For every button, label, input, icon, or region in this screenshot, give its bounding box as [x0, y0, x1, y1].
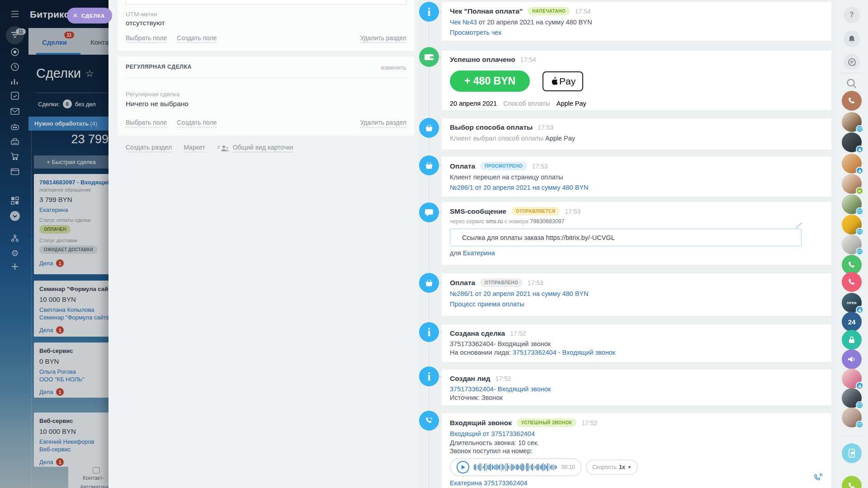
entry-text: Звонок поступил на номер: — [450, 447, 533, 455]
basket-icon — [419, 155, 439, 175]
timeline-entry-receipt: Чек "Полная оплата" НАПЕЧАТАНО 17:54 Чек… — [442, 2, 831, 41]
entry-line: Процесс приема оплаты — [450, 300, 821, 308]
entry-title: Чек "Полная оплата" — [450, 7, 523, 15]
user-avatar[interactable] — [842, 154, 862, 174]
info-icon: i — [419, 2, 439, 22]
mobile-device-icon — [848, 449, 856, 458]
entry-text: 375173362404- Входящий звонок — [450, 340, 551, 347]
close-icon: ✕ — [73, 12, 78, 19]
select-field-button[interactable]: Выбрать поле — [126, 119, 167, 127]
utm-value: отсутствуют — [126, 19, 165, 27]
speed-value: 1x — [619, 464, 625, 470]
receipt-link[interactable]: Чек №43 — [450, 19, 477, 26]
create-section-button[interactable]: Создать раздел — [126, 144, 172, 152]
market-button[interactable]: Маркет — [184, 144, 205, 152]
entry-text: Длительность звонка: 10 сек. — [450, 439, 539, 446]
megaphone-badge-icon — [856, 187, 863, 195]
right-toolbar: ? OPEN 24 — [835, 0, 868, 488]
caller-link[interactable]: Входящий от 375173362404 — [450, 430, 535, 437]
regular-deal-label: Регулярная сделка — [126, 91, 179, 98]
entry-time: 17:54 — [575, 8, 591, 15]
playback-speed-dropdown[interactable]: Скорость 1x ▼ — [586, 460, 638, 475]
mail-badge-icon — [856, 248, 863, 255]
amount-pill: + 480 BYN — [450, 70, 530, 92]
entry-title: SMS-сообщение — [450, 207, 506, 216]
order-link[interactable]: №286/1 от 20 апреля 2021 на сумму 480 BY… — [450, 184, 588, 191]
audio-waveform[interactable] — [474, 461, 557, 473]
notifications-button[interactable] — [844, 31, 860, 47]
bitrix24-badge[interactable]: 24 — [842, 312, 862, 332]
deal-detail-slider: UTM-метки отсутствуют Выбрать поле Созда… — [108, 0, 835, 488]
phone-icon — [847, 481, 856, 488]
entry-line: Клиент выбрал способ оплаты Apple Pay — [450, 135, 821, 142]
entry-text: На основании лида: — [450, 349, 513, 356]
apple-logo-icon — [550, 77, 558, 86]
sms-message-box: Ссылка для оплаты заказа https://bitrix.… — [450, 229, 802, 246]
entry-status-badge: ОТПРАВЛЕНО — [480, 278, 523, 287]
regular-deal-value: Ничего не выбрано — [126, 100, 189, 108]
call-pink-button[interactable] — [842, 272, 862, 292]
megaphone-circle-button[interactable] — [842, 349, 862, 369]
entry-time: 17:53 — [532, 163, 548, 170]
open-sign-label: OPEN — [847, 301, 857, 305]
delete-section-button[interactable]: Удалить раздел — [360, 119, 406, 127]
user-avatar[interactable] — [842, 112, 862, 132]
edit-section-button[interactable]: изменить — [381, 64, 406, 71]
utm-section-card: UTM-метки отсутствуют Выбрать поле Созда… — [118, 0, 415, 51]
user-avatar[interactable] — [842, 132, 862, 152]
overlay-dim — [0, 0, 108, 488]
timeline-column: i i i Чек "Полная оплата" НАПЕЧАТАНО — [419, 0, 835, 488]
bitrix24-app: Битрикс24 ⚙ 11 Сделки 11 Контакты — [0, 0, 868, 488]
create-field-button[interactable]: Создать поле — [177, 119, 217, 127]
meta-text: с номера — [503, 218, 530, 225]
call-lime-button[interactable] — [842, 476, 862, 488]
basket-icon — [419, 118, 439, 138]
payment-process-link[interactable]: Процесс приема оплаты — [450, 300, 524, 308]
play-button[interactable] — [457, 461, 469, 474]
search-icon — [846, 78, 858, 89]
entry-title: Успешно оплачено — [450, 56, 515, 64]
field-input[interactable] — [126, 0, 406, 5]
lock-circle-button[interactable] — [842, 330, 862, 350]
mobile-app-button[interactable] — [842, 443, 862, 463]
entry-line: На основании лида: 375173362404 - Входящ… — [450, 349, 821, 356]
regular-deal-section-card: РЕГУЛЯРНАЯ СДЕЛКА изменить Регулярная сд… — [118, 56, 415, 136]
mail-badge-icon — [856, 421, 863, 428]
contact-phone-link[interactable]: Екатерина 375173362404 — [450, 479, 528, 487]
method-value: Apple Pay — [557, 100, 586, 107]
user-avatar[interactable] — [842, 235, 862, 254]
megaphone-icon — [847, 355, 856, 363]
user-avatar[interactable]: OPEN — [842, 293, 862, 313]
lead-link[interactable]: 375173362404 - Входящий звонок — [513, 349, 615, 356]
lead-link[interactable]: 375173362404- Входящий звонок — [450, 385, 551, 393]
slider-close-button[interactable]: ✕ СДЕЛКА — [67, 8, 112, 23]
user-avatar[interactable] — [842, 388, 862, 408]
entry-title: Оплата — [450, 279, 475, 287]
entry-line: №286/1 от 20 апреля 2021 на сумму 480 BY… — [450, 290, 821, 297]
user-avatar[interactable] — [842, 194, 862, 214]
bell-icon — [848, 35, 856, 43]
user-avatar[interactable] — [842, 215, 862, 235]
select-field-button[interactable]: Выбрать поле — [126, 34, 167, 43]
phone-icon — [847, 96, 856, 105]
wallet-icon — [419, 47, 439, 67]
user-avatar[interactable] — [842, 408, 862, 427]
method-label: Способ оплаты — [503, 100, 550, 107]
chat-panel-button[interactable] — [844, 54, 860, 70]
callback-phone-icon[interactable] — [813, 473, 823, 483]
section-rule — [126, 78, 406, 78]
user-avatar[interactable] — [842, 174, 862, 194]
search-button[interactable] — [846, 78, 858, 91]
create-field-button[interactable]: Создать поле — [177, 34, 217, 43]
order-link[interactable]: №286/1 от 20 апреля 2021 на сумму 480 BY… — [450, 290, 588, 297]
help-button[interactable]: ? — [844, 7, 860, 23]
delete-section-button[interactable]: Удалить раздел — [360, 34, 406, 43]
audio-duration: 00:10 — [561, 464, 575, 470]
card-view-button[interactable]: Общий вид карточки — [217, 144, 293, 152]
call-record-player-row: 00:10 Скорость 1x ▼ — [450, 458, 821, 476]
background-page: Битрикс24 ⚙ 11 Сделки 11 Контакты — [0, 0, 108, 488]
user-avatar[interactable] — [842, 369, 862, 389]
view-receipt-link[interactable]: Просмотреть чек — [450, 29, 501, 36]
call-widget-button[interactable] — [842, 91, 862, 111]
recipient-link[interactable]: Екатерина — [463, 249, 495, 257]
